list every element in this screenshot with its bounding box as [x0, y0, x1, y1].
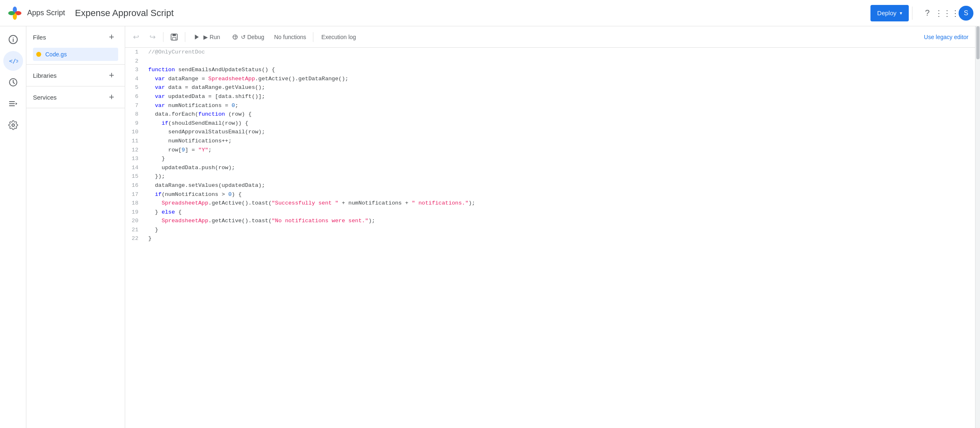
- deploy-chevron-icon: ▾: [900, 10, 902, 16]
- sidebar-item-triggers[interactable]: [3, 72, 23, 92]
- file-item-code-gs[interactable]: Code.gs: [33, 48, 118, 61]
- line-number: 3: [125, 65, 145, 74]
- sidebar-item-settings[interactable]: [3, 115, 23, 135]
- line-content[interactable]: dataRange.setValues(updatedData);: [145, 181, 975, 190]
- svg-point-13: [12, 124, 14, 126]
- line-content[interactable]: sendApprovalStatusEmail(row);: [145, 128, 975, 137]
- redo-button[interactable]: ↪: [145, 30, 160, 44]
- line-number: 7: [125, 101, 145, 110]
- line-content[interactable]: var numNotifications = 0;: [145, 101, 975, 110]
- svg-rect-15: [173, 34, 176, 36]
- line-number: 10: [125, 128, 145, 137]
- line-number: 13: [125, 154, 145, 163]
- sidebar-item-editor[interactable]: </>: [3, 51, 23, 71]
- code-line-16: 16 dataRange.setValues(updatedData);: [125, 181, 975, 190]
- line-number: 1: [125, 48, 145, 57]
- gear-icon: [8, 120, 18, 130]
- line-number: 5: [125, 83, 145, 92]
- redo-icon: ↪: [149, 33, 156, 42]
- apps-grid-button[interactable]: ⋮⋮⋮: [939, 5, 955, 21]
- line-content[interactable]: }: [145, 154, 975, 163]
- line-content[interactable]: }: [145, 234, 975, 243]
- scrollbar-thumb[interactable]: [976, 26, 980, 59]
- libraries-section: Libraries +: [26, 65, 125, 86]
- line-content[interactable]: if(numNotifications > 0) {: [145, 190, 975, 199]
- line-content[interactable]: [145, 57, 975, 66]
- line-content[interactable]: var dataRange = SpreadsheetApp.getActive…: [145, 74, 975, 84]
- add-service-button[interactable]: +: [105, 91, 118, 104]
- code-line-17: 17 if(numNotifications > 0) {: [125, 190, 975, 199]
- line-number: 12: [125, 146, 145, 155]
- line-content[interactable]: }: [145, 226, 975, 235]
- line-number: 14: [125, 163, 145, 172]
- code-line-9: 9 if(shouldSendEmail(row)) {: [125, 119, 975, 128]
- file-name-label: Code.gs: [45, 51, 67, 58]
- help-button[interactable]: ?: [919, 5, 936, 21]
- line-number: 11: [125, 137, 145, 146]
- editor-icon: </>: [8, 56, 18, 66]
- services-title: Services: [33, 94, 57, 101]
- editor-container: ↩ ↪ ▶ Run: [125, 26, 975, 428]
- line-content[interactable]: function sendEmailsAndUpdateStatus() {: [145, 65, 975, 74]
- toolbar-divider-3: [313, 32, 313, 42]
- deploy-button[interactable]: Deploy ▾: [870, 5, 909, 21]
- execution-log-button[interactable]: Execution log: [317, 30, 361, 44]
- info-icon: [8, 35, 18, 44]
- legacy-editor-link[interactable]: Use legacy editor: [921, 34, 972, 40]
- debug-button[interactable]: ↺ Debug: [227, 30, 269, 44]
- code-line-3: 3 function sendEmailsAndUpdateStatus() {: [125, 65, 975, 74]
- svg-point-3: [8, 11, 15, 15]
- line-content[interactable]: data.forEach(function (row) {: [145, 110, 975, 119]
- avatar[interactable]: S: [959, 6, 973, 21]
- undo-button[interactable]: ↩: [128, 30, 143, 44]
- svg-rect-16: [173, 37, 176, 40]
- add-file-button[interactable]: +: [105, 30, 118, 44]
- line-content[interactable]: numNotifications++;: [145, 137, 975, 146]
- line-number: 8: [125, 110, 145, 119]
- code-line-8: 8 data.forEach(function (row) {: [125, 110, 975, 119]
- svg-point-6: [13, 37, 14, 38]
- apps-script-logo: [7, 5, 23, 21]
- sidebar-item-executions[interactable]: [3, 94, 23, 114]
- line-content[interactable]: if(shouldSendEmail(row)) {: [145, 119, 975, 128]
- line-content[interactable]: row[9] = "Y";: [145, 146, 975, 155]
- line-number: 15: [125, 172, 145, 181]
- line-number: 20: [125, 216, 145, 226]
- run-button[interactable]: ▶ Run: [189, 30, 225, 44]
- code-line-13: 13 }: [125, 154, 975, 163]
- line-number: 4: [125, 74, 145, 84]
- line-number: 16: [125, 181, 145, 190]
- line-content[interactable]: });: [145, 172, 975, 181]
- code-line-10: 10 sendApprovalStatusEmail(row);: [125, 128, 975, 137]
- line-content[interactable]: SpreadsheetApp.getActive().toast("No not…: [145, 216, 975, 226]
- clock-icon: [8, 77, 18, 87]
- app-name-label: Apps Script: [27, 9, 65, 17]
- code-editor[interactable]: 1 //@OnlyCurrentDoc 2 3 function sendEma…: [125, 48, 975, 428]
- svg-marker-17: [195, 35, 198, 40]
- line-content[interactable]: updatedData.push(row);: [145, 163, 975, 172]
- toolbar-divider-2: [185, 32, 185, 42]
- debug-icon: [232, 34, 238, 40]
- no-functions-label: No functions: [271, 34, 310, 40]
- scrollbar-track[interactable]: [975, 26, 980, 428]
- services-section: Services +: [26, 86, 125, 108]
- save-button[interactable]: [167, 30, 182, 44]
- code-line-1: 1 //@OnlyCurrentDoc: [125, 48, 975, 57]
- execution-log-label: Execution log: [322, 34, 356, 40]
- line-content[interactable]: //@OnlyCurrentDoc: [145, 48, 975, 57]
- code-line-18: 18 SpreadsheetApp.getActive().toast("Suc…: [125, 199, 975, 208]
- undo-icon: ↩: [133, 33, 139, 42]
- sidebar-item-overview[interactable]: [3, 30, 23, 49]
- run-icon: [194, 34, 200, 40]
- project-name-label: Expense Approval Script: [75, 8, 174, 19]
- line-content[interactable]: SpreadsheetApp.getActive().toast("Succes…: [145, 199, 975, 208]
- code-line-20: 20 SpreadsheetApp.getActive().toast("No …: [125, 216, 975, 226]
- add-library-button[interactable]: +: [105, 69, 118, 82]
- app-body: </> Files: [0, 26, 980, 428]
- sidebar-icons: </>: [0, 26, 26, 428]
- line-content[interactable]: var data = dataRange.getValues();: [145, 83, 975, 92]
- code-line-5: 5 var data = dataRange.getValues();: [125, 83, 975, 92]
- line-content[interactable]: } else {: [145, 208, 975, 217]
- line-content[interactable]: var updatedData = [data.shift()];: [145, 92, 975, 101]
- grid-icon: ⋮⋮⋮: [935, 8, 959, 18]
